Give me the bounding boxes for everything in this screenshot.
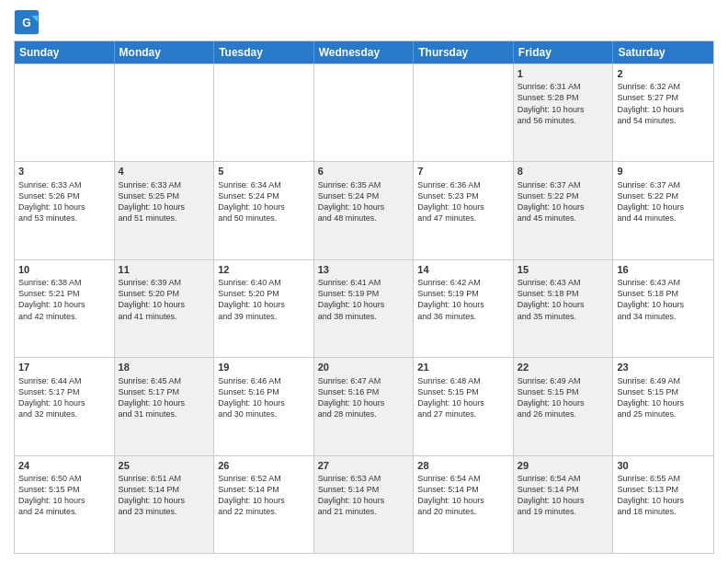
cal-cell-4-1: 25Sunrise: 6:51 AMSunset: 5:14 PMDayligh… xyxy=(115,456,215,553)
cell-info: Sunrise: 6:48 AMSunset: 5:15 PMDaylight:… xyxy=(417,375,509,420)
cell-info: Sunrise: 6:41 AMSunset: 5:19 PMDaylight:… xyxy=(318,277,410,322)
cell-info: Sunrise: 6:52 AMSunset: 5:14 PMDaylight:… xyxy=(218,473,310,518)
cal-row-3: 17Sunrise: 6:44 AMSunset: 5:17 PMDayligh… xyxy=(15,357,713,454)
cal-cell-1-6: 9Sunrise: 6:37 AMSunset: 5:22 PMDaylight… xyxy=(613,162,713,259)
day-number: 7 xyxy=(417,165,509,178)
day-number: 20 xyxy=(318,361,410,373)
header-day-sunday: Sunday xyxy=(15,41,115,63)
header-day-thursday: Thursday xyxy=(414,41,514,63)
cal-cell-4-6: 30Sunrise: 6:55 AMSunset: 5:13 PMDayligh… xyxy=(613,456,713,553)
cal-cell-2-3: 13Sunrise: 6:41 AMSunset: 5:19 PMDayligh… xyxy=(314,260,415,357)
header-day-saturday: Saturday xyxy=(613,41,713,63)
cell-info: Sunrise: 6:46 AMSunset: 5:16 PMDaylight:… xyxy=(218,375,310,420)
day-number: 4 xyxy=(119,165,210,178)
cal-cell-4-5: 29Sunrise: 6:54 AMSunset: 5:14 PMDayligh… xyxy=(514,456,614,553)
day-number: 1 xyxy=(518,67,609,80)
day-number: 23 xyxy=(617,361,710,373)
day-number: 14 xyxy=(417,263,509,276)
day-number: 15 xyxy=(518,263,609,276)
day-number: 29 xyxy=(518,459,609,472)
day-number: 11 xyxy=(119,263,210,276)
cal-cell-0-0 xyxy=(15,64,115,161)
logo: G xyxy=(14,9,43,35)
cal-cell-2-2: 12Sunrise: 6:40 AMSunset: 5:20 PMDayligh… xyxy=(214,260,314,357)
day-number: 24 xyxy=(18,459,110,472)
calendar-header: SundayMondayTuesdayWednesdayThursdayFrid… xyxy=(15,41,713,63)
day-number: 6 xyxy=(318,165,410,178)
cal-cell-0-1 xyxy=(115,64,215,161)
day-number: 8 xyxy=(518,165,609,178)
day-number: 17 xyxy=(18,361,110,373)
day-number: 9 xyxy=(617,165,710,178)
cell-info: Sunrise: 6:44 AMSunset: 5:17 PMDaylight:… xyxy=(18,375,110,420)
day-number: 22 xyxy=(518,361,609,373)
cal-cell-1-5: 8Sunrise: 6:37 AMSunset: 5:22 PMDaylight… xyxy=(514,162,614,259)
cal-cell-1-3: 6Sunrise: 6:35 AMSunset: 5:24 PMDaylight… xyxy=(314,162,415,259)
header-day-tuesday: Tuesday xyxy=(214,41,314,63)
svg-text:G: G xyxy=(22,17,31,29)
page: G SundayMondayTuesdayWednesdayThursdayFr… xyxy=(0,0,728,563)
cal-cell-2-1: 11Sunrise: 6:39 AMSunset: 5:20 PMDayligh… xyxy=(115,260,215,357)
cal-cell-4-3: 27Sunrise: 6:53 AMSunset: 5:14 PMDayligh… xyxy=(314,456,415,553)
day-number: 19 xyxy=(218,361,310,373)
cell-info: Sunrise: 6:50 AMSunset: 5:15 PMDaylight:… xyxy=(18,473,110,518)
cell-info: Sunrise: 6:40 AMSunset: 5:20 PMDaylight:… xyxy=(218,277,310,322)
cell-info: Sunrise: 6:53 AMSunset: 5:14 PMDaylight:… xyxy=(318,473,410,518)
day-number: 21 xyxy=(417,361,509,373)
cal-cell-1-1: 4Sunrise: 6:33 AMSunset: 5:25 PMDaylight… xyxy=(115,162,215,259)
day-number: 5 xyxy=(218,165,310,178)
day-number: 26 xyxy=(218,459,310,472)
day-number: 12 xyxy=(218,263,310,276)
cal-row-2: 10Sunrise: 6:38 AMSunset: 5:21 PMDayligh… xyxy=(15,259,713,357)
cell-info: Sunrise: 6:42 AMSunset: 5:19 PMDaylight:… xyxy=(417,277,509,322)
day-number: 27 xyxy=(318,459,410,472)
calendar: SundayMondayTuesdayWednesdayThursdayFrid… xyxy=(14,40,714,554)
cal-cell-0-6: 2Sunrise: 6:32 AMSunset: 5:27 PMDaylight… xyxy=(613,64,713,161)
cal-cell-1-0: 3Sunrise: 6:33 AMSunset: 5:26 PMDaylight… xyxy=(15,162,115,259)
cal-cell-2-4: 14Sunrise: 6:42 AMSunset: 5:19 PMDayligh… xyxy=(414,260,514,357)
header: G xyxy=(14,9,714,35)
cal-cell-0-2 xyxy=(214,64,314,161)
header-day-monday: Monday xyxy=(115,41,215,63)
cal-cell-0-3 xyxy=(314,64,415,161)
day-number: 28 xyxy=(417,459,509,472)
logo-icon: G xyxy=(14,9,40,35)
cell-info: Sunrise: 6:37 AMSunset: 5:22 PMDaylight:… xyxy=(518,179,609,224)
cell-info: Sunrise: 6:49 AMSunset: 5:15 PMDaylight:… xyxy=(518,375,609,420)
cal-cell-1-2: 5Sunrise: 6:34 AMSunset: 5:24 PMDaylight… xyxy=(214,162,314,259)
cal-cell-0-5: 1Sunrise: 6:31 AMSunset: 5:28 PMDaylight… xyxy=(514,64,614,161)
day-number: 30 xyxy=(617,459,710,472)
cal-cell-4-0: 24Sunrise: 6:50 AMSunset: 5:15 PMDayligh… xyxy=(15,456,115,553)
cal-cell-3-5: 22Sunrise: 6:49 AMSunset: 5:15 PMDayligh… xyxy=(514,358,614,454)
cell-info: Sunrise: 6:43 AMSunset: 5:18 PMDaylight:… xyxy=(617,277,710,322)
cal-cell-3-0: 17Sunrise: 6:44 AMSunset: 5:17 PMDayligh… xyxy=(15,358,115,454)
cell-info: Sunrise: 6:38 AMSunset: 5:21 PMDaylight:… xyxy=(18,277,110,322)
cell-info: Sunrise: 6:34 AMSunset: 5:24 PMDaylight:… xyxy=(218,179,310,224)
cal-cell-1-4: 7Sunrise: 6:36 AMSunset: 5:23 PMDaylight… xyxy=(414,162,514,259)
cell-info: Sunrise: 6:49 AMSunset: 5:15 PMDaylight:… xyxy=(617,375,710,420)
cell-info: Sunrise: 6:39 AMSunset: 5:20 PMDaylight:… xyxy=(119,277,210,322)
day-number: 25 xyxy=(119,459,210,472)
cal-cell-3-1: 18Sunrise: 6:45 AMSunset: 5:17 PMDayligh… xyxy=(115,358,215,454)
cell-info: Sunrise: 6:54 AMSunset: 5:14 PMDaylight:… xyxy=(417,473,509,518)
day-number: 3 xyxy=(18,165,110,178)
cell-info: Sunrise: 6:47 AMSunset: 5:16 PMDaylight:… xyxy=(318,375,410,420)
cal-cell-4-4: 28Sunrise: 6:54 AMSunset: 5:14 PMDayligh… xyxy=(414,456,514,553)
cell-info: Sunrise: 6:35 AMSunset: 5:24 PMDaylight:… xyxy=(318,179,410,224)
cal-cell-4-2: 26Sunrise: 6:52 AMSunset: 5:14 PMDayligh… xyxy=(214,456,314,553)
cell-info: Sunrise: 6:31 AMSunset: 5:28 PMDaylight:… xyxy=(518,81,609,126)
cal-cell-0-4 xyxy=(414,64,514,161)
day-number: 18 xyxy=(119,361,210,373)
header-day-friday: Friday xyxy=(514,41,614,63)
cal-row-1: 3Sunrise: 6:33 AMSunset: 5:26 PMDaylight… xyxy=(15,161,713,259)
day-number: 2 xyxy=(617,67,710,80)
cell-info: Sunrise: 6:45 AMSunset: 5:17 PMDaylight:… xyxy=(119,375,210,420)
day-number: 10 xyxy=(18,263,110,276)
cell-info: Sunrise: 6:33 AMSunset: 5:26 PMDaylight:… xyxy=(18,179,110,224)
cal-row-4: 24Sunrise: 6:50 AMSunset: 5:15 PMDayligh… xyxy=(15,455,713,553)
cell-info: Sunrise: 6:33 AMSunset: 5:25 PMDaylight:… xyxy=(119,179,210,224)
day-number: 16 xyxy=(617,263,710,276)
day-number: 13 xyxy=(318,263,410,276)
calendar-body: 1Sunrise: 6:31 AMSunset: 5:28 PMDaylight… xyxy=(15,63,713,553)
cal-cell-3-3: 20Sunrise: 6:47 AMSunset: 5:16 PMDayligh… xyxy=(314,358,415,454)
